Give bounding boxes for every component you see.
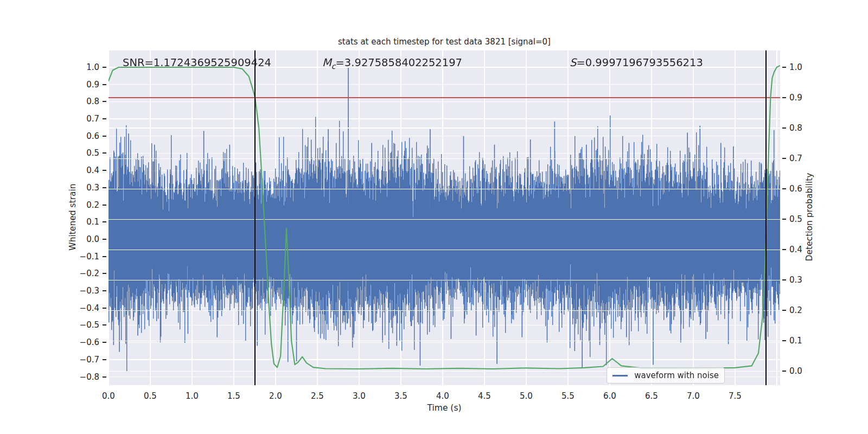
- y-left-tick-label: 0.2: [75, 200, 99, 210]
- y-right-tick-label: 0.6: [789, 184, 802, 194]
- y-left-tick-mark: [103, 239, 106, 240]
- y-left-tick-mark: [103, 118, 106, 119]
- detection-probability-curve: [108, 50, 780, 385]
- y-left-tick-mark: [103, 256, 106, 257]
- y-left-tick-label: 0.7: [75, 114, 99, 124]
- y-left-tick-label: −0.2: [75, 269, 99, 278]
- y-left-tick-label: −0.4: [75, 303, 99, 313]
- y-left-tick-label: 0.9: [75, 80, 99, 90]
- y-left-tick-mark: [103, 205, 106, 206]
- y-right-tick-mark: [782, 97, 786, 98]
- y-right-tick-mark: [782, 249, 786, 250]
- annotation-mc-value: =3.9275858402252197: [336, 56, 462, 69]
- x-tick-label: 6.5: [640, 391, 663, 401]
- y-right-tick-mark: [782, 158, 786, 159]
- y-left-tick-label: −0.7: [75, 355, 99, 365]
- x-tick-label: 1.5: [222, 391, 246, 401]
- y-left-tick-label: −0.1: [75, 252, 99, 261]
- y-left-tick-mark: [103, 308, 106, 309]
- y-left-tick-label: 0.5: [75, 148, 99, 158]
- plot-area: SNR=1.1724369525909424 Mc=3.927585840225…: [108, 50, 780, 385]
- y-left-tick-mark: [103, 136, 106, 137]
- event-marker-line-2: [765, 50, 767, 385]
- y-left-tick-label: 0.6: [75, 131, 99, 141]
- x-tick-label: 3.0: [347, 391, 371, 401]
- x-tick-label: 2.5: [305, 391, 329, 401]
- y-left-tick-mark: [103, 359, 106, 360]
- y-right-tick-label: 0.8: [789, 123, 802, 133]
- y-left-tick-label: 1.0: [75, 62, 99, 72]
- y-axis-left-label: Whitened strain: [68, 183, 78, 250]
- y-left-tick-label: −0.8: [75, 372, 99, 382]
- event-marker-line-1: [254, 50, 256, 385]
- x-tick-label: 2.0: [264, 391, 288, 401]
- y-left-tick-mark: [103, 290, 106, 291]
- y-right-tick-label: 1.0: [789, 62, 802, 72]
- y-right-tick-label: 0.0: [789, 366, 802, 376]
- x-tick-label: 5.0: [514, 391, 538, 401]
- y-right-tick-label: 0.7: [789, 154, 802, 163]
- y-left-tick-mark: [103, 170, 106, 171]
- y-left-tick-label: 0.1: [75, 217, 99, 227]
- x-axis-label: Time (s): [427, 403, 461, 413]
- y-right-tick-mark: [782, 340, 786, 341]
- y-left-tick-label: −0.3: [75, 286, 99, 296]
- y-left-tick-mark: [103, 342, 106, 343]
- y-right-tick-mark: [782, 67, 786, 68]
- y-left-tick-mark: [103, 187, 106, 188]
- annotation-score: S=0.9997196793556213: [570, 56, 703, 69]
- y-right-tick-mark: [782, 188, 786, 189]
- y-left-tick-mark: [103, 221, 106, 222]
- x-tick-label: 0.0: [97, 391, 120, 401]
- x-tick-label: 5.5: [556, 391, 580, 401]
- y-right-tick-label: 0.1: [789, 336, 802, 346]
- x-tick-label: 4.5: [473, 391, 496, 401]
- y-right-tick-label: 0.5: [789, 214, 802, 224]
- y-left-tick-label: −0.5: [75, 320, 99, 330]
- y-left-tick-label: 0.0: [75, 234, 99, 244]
- y-left-tick-label: −0.6: [75, 337, 99, 347]
- y-right-tick-label: 0.4: [789, 245, 802, 254]
- annotation-mc-subscript: c: [331, 62, 336, 71]
- y-left-tick-mark: [103, 101, 106, 102]
- y-left-tick-mark: [103, 376, 106, 378]
- x-tick-label: 4.0: [431, 391, 455, 401]
- x-tick-label: 1.0: [180, 391, 204, 401]
- y-right-tick-mark: [782, 279, 786, 280]
- y-left-tick-mark: [103, 84, 106, 85]
- x-tick-label: 3.5: [389, 391, 413, 401]
- y-right-tick-mark: [782, 371, 786, 372]
- legend-label: waveform with noise: [634, 371, 719, 380]
- y-right-tick-mark: [782, 310, 786, 311]
- y-left-tick-mark: [103, 273, 106, 274]
- x-tick-label: 7.5: [723, 391, 747, 401]
- legend-waveform-line-sample: [612, 375, 628, 376]
- y-right-tick-label: 0.3: [789, 275, 802, 285]
- figure: stats at each timestep for test data 382…: [0, 0, 868, 434]
- annotation-mc-symbol: M: [322, 56, 331, 69]
- y-left-tick-mark: [103, 152, 106, 154]
- y-left-tick-label: 0.4: [75, 165, 99, 175]
- annotation-chirp-mass: Mc=3.9275858402252197: [322, 56, 462, 71]
- annotation-s-symbol: S: [570, 56, 576, 69]
- y-right-tick-mark: [782, 127, 786, 129]
- y-right-tick-label: 0.2: [789, 305, 802, 315]
- y-right-tick-mark: [782, 219, 786, 220]
- y-left-tick-label: 0.8: [75, 97, 99, 106]
- y-right-tick-label: 0.9: [789, 93, 802, 103]
- y-left-tick-mark: [103, 324, 106, 326]
- y-left-tick-label: 0.3: [75, 183, 99, 193]
- legend: waveform with noise: [607, 367, 725, 384]
- x-tick-label: 7.0: [681, 391, 705, 401]
- x-tick-label: 6.0: [598, 391, 622, 401]
- annotation-s-value: =0.9997196793556213: [576, 56, 703, 69]
- y-axis-right-label: Detection probability: [805, 173, 814, 261]
- y-left-tick-mark: [103, 67, 106, 68]
- annotation-snr: SNR=1.1724369525909424: [123, 56, 271, 69]
- x-tick-label: 0.5: [138, 391, 162, 401]
- chart-title: stats at each timestep for test data 382…: [338, 37, 551, 47]
